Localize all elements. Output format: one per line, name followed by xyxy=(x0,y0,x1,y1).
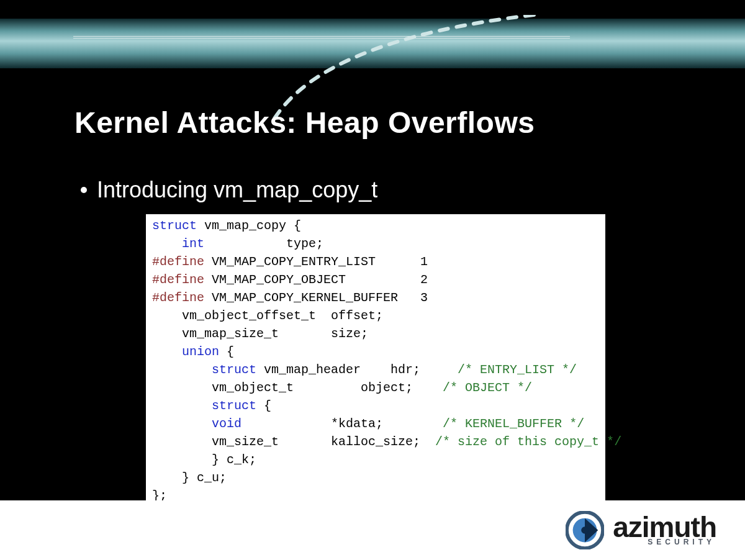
code-token: vm_size_t kalloc_size; xyxy=(152,435,435,449)
code-token xyxy=(152,237,182,251)
code-token: struct xyxy=(212,363,256,377)
brand-text: azimuth SECURITY xyxy=(613,515,716,546)
dashed-curve-decoration xyxy=(236,15,559,120)
bullet-dot-icon xyxy=(81,187,87,193)
code-block: struct vm_map_copy { int type; #define V… xyxy=(146,214,605,510)
code-token xyxy=(152,417,212,431)
code-token: vm_object_offset_t offset; xyxy=(152,309,383,323)
code-token: } c_k; xyxy=(152,453,256,467)
code-token: { xyxy=(219,345,234,359)
code-token xyxy=(152,399,212,413)
code-token: VM_MAP_COPY_OBJECT 2 xyxy=(204,273,428,287)
footer-bar: azimuth SECURITY xyxy=(0,500,745,560)
brand-name: azimuth xyxy=(613,515,716,540)
code-token xyxy=(152,345,182,359)
code-token: VM_MAP_COPY_ENTRY_LIST 1 xyxy=(204,255,428,269)
slide-title: Kernel Attacks: Heap Overflows xyxy=(74,106,745,140)
code-token: /* ENTRY_LIST */ xyxy=(458,363,577,377)
content-area: Kernel Attacks: Heap Overflows Introduci… xyxy=(0,106,745,510)
code-token: union xyxy=(182,345,219,359)
code-token: /* size of this copy_t */ xyxy=(435,435,621,449)
code-token: /* KERNEL_BUFFER */ xyxy=(443,417,584,431)
code-token: #define xyxy=(152,255,204,269)
code-token: struct xyxy=(212,399,256,413)
code-token: vm_object_t object; xyxy=(152,381,443,395)
code-token: vm_map_copy { xyxy=(197,219,301,233)
slide: Kernel Attacks: Heap Overflows Introduci… xyxy=(0,0,745,560)
code-token xyxy=(152,363,212,377)
code-token: struct xyxy=(152,219,197,233)
code-token: int xyxy=(182,237,204,251)
code-token: #define xyxy=(152,273,204,287)
brand-subtitle: SECURITY xyxy=(648,539,715,546)
code-token: /* OBJECT */ xyxy=(443,381,532,395)
code-token: void xyxy=(212,417,242,431)
code-token: vm_map_size_t size; xyxy=(152,327,368,341)
bullet-text: Introducing vm_map_copy_t xyxy=(97,177,377,203)
code-token: { xyxy=(256,399,271,413)
header-rule xyxy=(73,36,570,38)
code-token: vm_map_header hdr; xyxy=(256,363,458,377)
brand-mark-icon xyxy=(566,511,604,549)
code-token: } c_u; xyxy=(152,471,227,485)
svg-point-2 xyxy=(581,526,589,534)
code-token: *kdata; xyxy=(242,417,443,431)
code-token: type; xyxy=(204,237,323,251)
header-band xyxy=(0,19,745,68)
code-token: #define xyxy=(152,291,204,305)
bullet-row: Introducing vm_map_copy_t xyxy=(81,177,745,203)
brand-logo: azimuth SECURITY xyxy=(566,511,716,549)
code-token: VM_MAP_COPY_KERNEL_BUFFER 3 xyxy=(204,291,428,305)
